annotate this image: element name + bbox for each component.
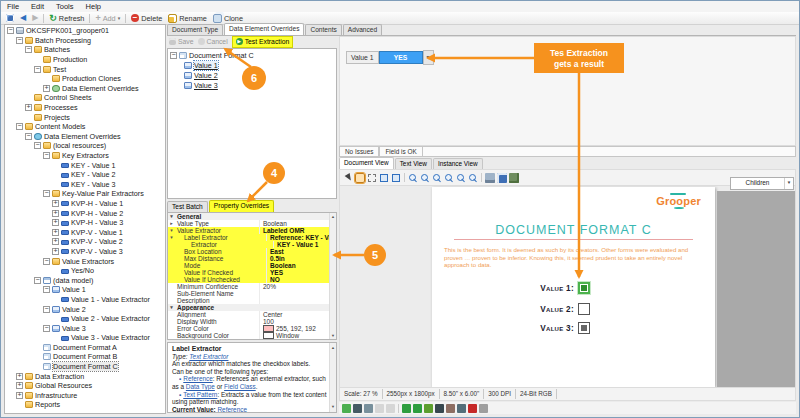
menu-file[interactable]: File xyxy=(1,2,25,11)
tree-item[interactable]: Projects xyxy=(5,112,165,122)
tree-item[interactable]: Document Format A xyxy=(5,343,165,353)
property-value[interactable]: Reference: KEY - Value 1 xyxy=(266,234,336,241)
scroll-down-icon[interactable]: ▼ xyxy=(330,333,336,338)
tree-item[interactable]: −Value 2 xyxy=(5,304,165,314)
zoom-fit-height-icon[interactable] xyxy=(468,173,478,183)
data-type-link[interactable]: Data Type xyxy=(186,383,215,390)
property-value[interactable]: 100 xyxy=(259,318,336,325)
tree-item[interactable]: −Value 3 xyxy=(5,323,165,333)
crop-icon[interactable] xyxy=(446,404,455,413)
expand-icon[interactable]: + xyxy=(16,382,23,389)
view-split-icon[interactable] xyxy=(364,404,373,413)
value-checkbox[interactable] xyxy=(578,282,590,294)
doc-tree-value-item[interactable]: Value 2 xyxy=(170,71,336,81)
tree-item[interactable]: Yes/No xyxy=(5,266,165,276)
property-row[interactable]: Value If CheckedYES xyxy=(168,269,336,276)
scroll-up-icon[interactable]: ▲ xyxy=(330,214,336,219)
property-row[interactable]: AlignmentCenter xyxy=(168,311,336,318)
type-link[interactable]: Text Extractor xyxy=(189,353,228,360)
tab-instance-view[interactable]: Instance View xyxy=(433,158,483,169)
property-value[interactable]: Boolean xyxy=(259,220,336,227)
tree-item[interactable]: Production xyxy=(5,55,165,65)
collapse-icon[interactable]: − xyxy=(43,152,50,159)
collapse-icon[interactable]: − xyxy=(170,52,177,59)
tree-item[interactable]: Value 2 - Value Extractor xyxy=(5,314,165,324)
invert-icon[interactable] xyxy=(468,404,477,413)
rename-button[interactable]: Rename xyxy=(165,13,210,24)
collapse-icon[interactable]: − xyxy=(34,142,41,149)
tree-item[interactable]: −Key Extractors xyxy=(5,151,165,161)
scroll-up-icon[interactable]: ▲ xyxy=(330,344,336,352)
forward-button[interactable]: ▶ xyxy=(29,13,41,24)
expand-icon[interactable]: + xyxy=(16,373,23,380)
tab-test-batch[interactable]: Test Batch xyxy=(167,201,208,212)
remove-lines-icon[interactable] xyxy=(457,404,466,413)
expand-icon[interactable]: + xyxy=(52,200,59,207)
property-row[interactable]: Error Color255, 192, 192 xyxy=(168,325,336,332)
export-icon[interactable] xyxy=(509,173,519,183)
expand-icon[interactable]: + xyxy=(52,229,59,236)
menu-edit[interactable]: Edit xyxy=(25,2,50,11)
back-button[interactable]: ◀ xyxy=(17,13,29,24)
property-row[interactable]: Box LocationEast xyxy=(168,248,336,255)
property-row[interactable]: Value If UncheckedNO xyxy=(168,276,336,283)
collapse-icon[interactable]: − xyxy=(34,277,41,284)
expand-icon[interactable]: + xyxy=(25,104,32,111)
property-value[interactable] xyxy=(259,297,336,304)
property-grid-scrollbar[interactable]: ▲▼ xyxy=(329,213,336,339)
tree-item[interactable]: +KVP-H - Value 2 xyxy=(5,208,165,218)
property-value[interactable]: KEY - Value 1 xyxy=(273,241,336,248)
value-checkbox[interactable] xyxy=(578,322,590,334)
tree-item[interactable]: +Infrastructure xyxy=(5,391,165,401)
delete-button[interactable]: −Delete xyxy=(128,13,165,24)
doc-tree-value-item[interactable]: Value 3 xyxy=(170,80,336,90)
rotate-right-icon[interactable] xyxy=(413,404,422,413)
collapsed-icon[interactable]: ▸ xyxy=(168,220,175,227)
tree-item[interactable]: +Data Extraction xyxy=(5,371,165,381)
tab-text-view[interactable]: Text View xyxy=(395,158,432,169)
property-value[interactable]: 255, 192, 192 xyxy=(259,325,336,332)
property-row[interactable]: Background ColorWindow xyxy=(168,332,336,339)
collapse-icon[interactable]: − xyxy=(16,37,23,44)
tree-item[interactable]: −Data Element Overrides xyxy=(5,132,165,142)
tree-item[interactable]: +Data Element Overrides xyxy=(5,84,165,94)
collapse-icon[interactable]: − xyxy=(43,190,50,197)
property-row[interactable]: Max Distance0.5in xyxy=(168,255,336,262)
print-icon[interactable] xyxy=(485,173,495,183)
refresh-button[interactable]: ↻Refresh xyxy=(46,13,87,24)
collapse-icon[interactable]: − xyxy=(34,66,41,73)
tree-item[interactable]: KEY - Value 3 xyxy=(5,180,165,190)
deskew-icon[interactable] xyxy=(424,404,433,413)
expand-icon[interactable]: + xyxy=(16,392,23,399)
collapse-icon[interactable]: − xyxy=(7,27,14,34)
save-button[interactable]: Save xyxy=(169,38,194,45)
tree-item[interactable]: −Value 1 xyxy=(5,285,165,295)
collapse-icon[interactable]: − xyxy=(16,123,23,130)
tree-item[interactable]: Reports xyxy=(5,400,165,410)
tree-item[interactable]: +KVP-V - Value 1 xyxy=(5,227,165,237)
result-value-dropdown[interactable]: YES xyxy=(379,51,423,64)
description-scrollbar[interactable]: ▲▼ xyxy=(329,343,336,412)
text-pattern-link[interactable]: Text Pattern xyxy=(183,391,217,398)
zoom-window-icon[interactable] xyxy=(379,173,389,183)
tab-advanced[interactable]: Advanced xyxy=(343,24,382,35)
tree-item[interactable]: +KVP-V - Value 2 xyxy=(5,237,165,247)
tree-item[interactable]: KEY - Value 2 xyxy=(5,170,165,180)
undo-icon[interactable] xyxy=(479,404,488,413)
current-value-link[interactable]: Reference xyxy=(217,406,247,413)
property-value[interactable] xyxy=(259,290,336,297)
dropdown-caret-icon[interactable]: ▼ xyxy=(423,50,434,65)
property-value[interactable]: East xyxy=(266,248,336,255)
pointer-icon[interactable] xyxy=(343,173,353,183)
tree-item[interactable]: −Value Extractors xyxy=(5,256,165,266)
disabled-tool-2-icon[interactable] xyxy=(386,404,395,413)
scroll-down-icon[interactable]: ▼ xyxy=(330,403,336,411)
property-row[interactable]: ▾Label ExtractorReference: KEY - Value 1 xyxy=(168,234,336,241)
property-value[interactable]: Window xyxy=(259,332,336,339)
save-image-icon[interactable] xyxy=(497,173,507,183)
collapse-icon[interactable]: − xyxy=(25,46,32,53)
document-page[interactable]: Grooper DOCUMENT FORMAT C This is the be… xyxy=(432,187,715,387)
tree-item[interactable]: Document Format C xyxy=(5,362,165,372)
zoom-in-icon[interactable] xyxy=(408,173,418,183)
expand-icon[interactable]: + xyxy=(43,85,50,92)
